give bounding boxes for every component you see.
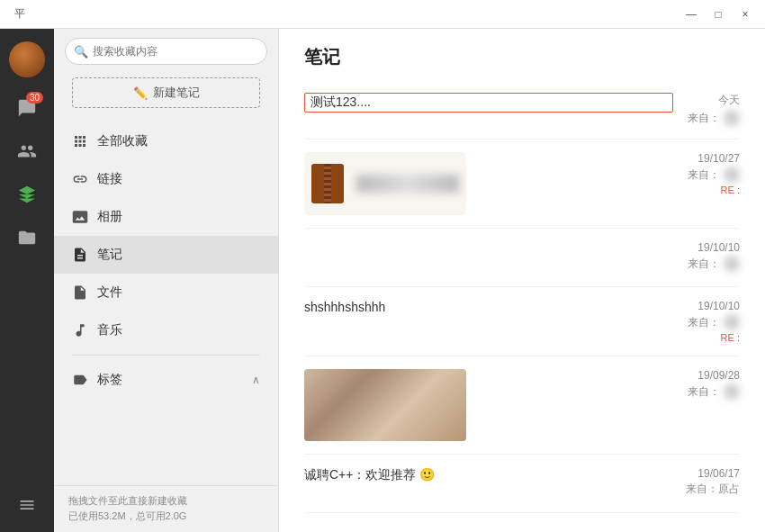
note-meta: 19/10/27 来自： RE :: [688, 152, 740, 195]
search-bar: 🔍: [54, 29, 278, 74]
note-left: [304, 241, 673, 274]
note-meta: 19/10/10 来自：: [688, 241, 740, 272]
search-wrap: 🔍: [65, 38, 267, 65]
from-label: 来自：: [688, 315, 720, 330]
new-note-label: 新建笔记: [153, 85, 200, 101]
note-from: 来自：: [688, 110, 740, 126]
avatar-small: [724, 256, 740, 272]
sidebar-label-file: 文件: [97, 284, 122, 301]
tag-label: 标签: [97, 372, 122, 388]
sidebar-label-link: 链接: [97, 171, 122, 187]
note-thumbnail: [304, 369, 466, 441]
pin-button[interactable]: 平: [7, 6, 25, 22]
note-from: 来自：: [688, 167, 740, 183]
note-left: [304, 152, 673, 215]
sidebar-label-all: 全部收藏: [97, 133, 148, 149]
note-item[interactable]: 诚聘C++：欢迎推荐 🙂 19/06/17 来自：原占: [304, 455, 740, 513]
note-date: 19/09/28: [688, 369, 740, 382]
maximize-button[interactable]: □: [706, 5, 731, 24]
note-meta: 19/10/10 来自： RE :: [688, 300, 740, 343]
notes-list: 测试123.... 今天 来自：: [279, 80, 765, 532]
sidebar-footer: 拖拽文件至此直接新建收藏 已使用53.2M，总可用2.0G: [54, 485, 278, 532]
note-meta: 19/06/17 来自：原占: [686, 467, 740, 497]
note-date: 19/10/27: [688, 152, 740, 165]
thumbnail-image: [304, 369, 466, 441]
nav-bottom: [7, 489, 47, 521]
chat-badge: 30: [26, 92, 43, 104]
note-item[interactable]: 19/10/27 来自： RE :: [304, 140, 740, 229]
sidebar-label-note: 笔记: [97, 247, 122, 263]
titlebar: 平 — □ ×: [0, 0, 765, 29]
note-left: 诚聘C++：欢迎推荐 🙂: [304, 467, 671, 500]
avatar-small: [724, 167, 740, 183]
sidebar-item-file[interactable]: 文件: [54, 274, 278, 311]
avatar-small: [724, 314, 740, 330]
nav-chat-icon[interactable]: 30: [7, 88, 47, 128]
footer-line1: 拖拽文件至此直接新建收藏: [68, 493, 264, 509]
page-title: 笔记: [279, 29, 765, 80]
from-label: 来自：: [688, 167, 720, 183]
note-title: 测试123....: [304, 93, 673, 113]
note-item[interactable]: shshhhshshhh 19/10/10 来自： RE :: [304, 287, 740, 356]
note-date: 19/06/17: [686, 467, 740, 480]
note-date: 今天: [688, 93, 740, 108]
avatar-small: [724, 383, 740, 400]
note-date: 19/10/10: [688, 241, 740, 254]
note-title: shshhhshshhh: [304, 300, 673, 314]
sidebar-item-link[interactable]: 链接: [54, 160, 278, 198]
note-meta: 今天 来自：: [688, 93, 740, 126]
note-item[interactable]: 19/10/10 来自：: [304, 229, 740, 287]
sidebar-item-music[interactable]: 音乐: [54, 311, 278, 349]
nav-apps-icon[interactable]: [7, 175, 47, 214]
icon-nav: 30: [0, 29, 54, 532]
nav-menu-icon[interactable]: [7, 489, 47, 521]
avatar-small: [724, 110, 740, 126]
from-label: 来自：原占: [686, 482, 740, 497]
chevron-up-icon: ∧: [252, 374, 260, 386]
note-left: [304, 369, 673, 441]
note-date: 19/10/10: [688, 300, 740, 312]
sidebar-item-all[interactable]: 全部收藏: [54, 122, 278, 160]
note-left: shshhhshshhh: [304, 300, 673, 332]
footer-line2: 已使用53.2M，总可用2.0G: [68, 509, 264, 525]
sidebar-divider: [72, 355, 260, 356]
note-from: 来自：: [688, 256, 740, 272]
sidebar-item-note[interactable]: 笔记: [54, 236, 278, 274]
note-from: 来自：原占: [686, 482, 740, 497]
sidebar: 🔍 ✏️ 新建笔记 全部收藏 链接 相册: [54, 29, 279, 532]
sidebar-label-music: 音乐: [97, 322, 122, 338]
note-item[interactable]: 19/09/28 来自：: [304, 356, 740, 455]
search-input[interactable]: [65, 38, 267, 65]
from-label: 来自：: [688, 384, 720, 400]
avatar-image: [9, 41, 45, 77]
note-from: 来自：: [688, 314, 740, 330]
nav-contacts-icon[interactable]: [7, 131, 47, 171]
zip-icon: [311, 164, 344, 203]
edit-icon: ✏️: [133, 86, 148, 100]
minimize-button[interactable]: —: [679, 5, 704, 24]
re-label: RE :: [688, 332, 740, 343]
note-meta: 19/09/28 来自：: [688, 369, 740, 400]
avatar[interactable]: [9, 41, 45, 77]
sidebar-label-photo: 相册: [97, 209, 122, 225]
from-label: 来自：: [688, 257, 720, 272]
note-title: 诚聘C++：欢迎推荐 🙂: [304, 467, 671, 483]
search-icon: 🔍: [74, 45, 88, 59]
main-content: 笔记 测试123.... 今天 来自：: [279, 29, 765, 532]
close-button[interactable]: ×: [733, 5, 758, 24]
note-from: 来自：: [688, 383, 740, 400]
sidebar-item-photo[interactable]: 相册: [54, 198, 278, 236]
note-item[interactable]: 测试123.... 今天 来自：: [304, 80, 740, 140]
app-container: 30 🔍 ✏️ 新建笔记: [0, 29, 765, 532]
nav-folder-icon[interactable]: [7, 218, 47, 257]
new-note-button[interactable]: ✏️ 新建笔记: [72, 77, 260, 108]
sidebar-menu: 全部收藏 链接 相册 笔记 文件: [54, 119, 278, 485]
note-left: 测试123....: [304, 93, 673, 125]
re-label: RE :: [688, 185, 740, 195]
from-label: 来自：: [688, 111, 720, 126]
sidebar-item-tag[interactable]: 标签 ∧: [54, 361, 278, 399]
